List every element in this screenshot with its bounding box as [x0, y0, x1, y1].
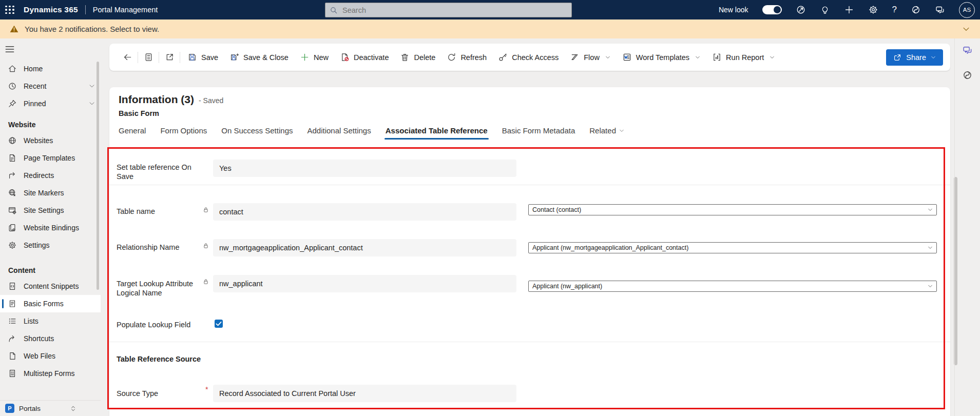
chevron-down-icon[interactable] — [88, 100, 95, 107]
area-switcher-chevrons-icon[interactable] — [69, 405, 77, 412]
shortcut-arrow-icon — [8, 334, 17, 343]
plus-icon[interactable] — [844, 5, 854, 15]
lock-icon — [202, 206, 209, 213]
sidebar-item-websites[interactable]: Websites — [0, 132, 101, 149]
form-tabs: General Form Options On Success Settings… — [109, 117, 950, 140]
sidebar-item-pinned[interactable]: Pinned — [0, 95, 101, 112]
target-lookup-dropdown[interactable]: Applicant (nw_applicant) — [528, 281, 937, 292]
back-button[interactable] — [119, 52, 136, 62]
app-name[interactable]: Portal Management — [93, 6, 158, 14]
global-search[interactable] — [325, 3, 572, 17]
chevron-down-icon — [695, 54, 701, 61]
sidebar-item-web-files[interactable]: Web Files — [0, 347, 101, 365]
save-button[interactable]: Save — [182, 52, 224, 62]
teams-chat-icon[interactable] — [962, 45, 973, 55]
run-report-button[interactable]: Run Report — [706, 52, 781, 62]
page-template-icon — [8, 153, 17, 163]
sidebar-item-shortcuts[interactable]: Shortcuts — [0, 330, 101, 347]
solution-checker-icon[interactable] — [796, 5, 806, 15]
sidebar-item-content-snippets[interactable]: Content Snippets — [0, 278, 101, 295]
field-table-name-input[interactable]: contact — [213, 203, 516, 221]
user-avatar[interactable]: AS — [959, 2, 975, 18]
sidebar-item-multistep-forms[interactable]: Multistep Forms — [0, 365, 101, 382]
sidebar-item-lists[interactable]: Lists — [0, 312, 101, 330]
tab-associated-table-reference[interactable]: Associated Table Reference — [386, 126, 488, 140]
flow-button[interactable]: Flow — [564, 52, 617, 62]
pin-icon — [8, 99, 17, 108]
globe-star-icon — [8, 188, 17, 197]
summary-icon — [144, 52, 153, 62]
sidebar-item-site-settings[interactable]: Site Settings — [0, 202, 101, 219]
sidebar-item-website-bindings[interactable]: Website Bindings — [0, 219, 101, 236]
list-icon — [8, 316, 17, 326]
check-access-button[interactable]: Check Access — [492, 52, 564, 62]
field-label-relationship-name: Relationship Name — [117, 243, 203, 252]
right-side-rail — [954, 38, 980, 416]
warning-icon — [9, 24, 19, 34]
table-name-dropdown[interactable]: Contact (contact) — [528, 204, 937, 215]
copilot-icon[interactable] — [911, 5, 921, 15]
gear-icon — [8, 241, 17, 250]
tab-additional-settings[interactable]: Additional Settings — [307, 126, 371, 140]
refresh-icon — [447, 52, 456, 62]
tab-basic-form-metadata[interactable]: Basic Form Metadata — [502, 126, 575, 140]
main-content: Save Save & Close New Deactivate Delete … — [101, 38, 980, 416]
chevron-down-icon[interactable] — [88, 83, 95, 90]
new-button[interactable]: New — [294, 52, 334, 62]
portals-app-icon: P — [5, 404, 14, 413]
notification-text[interactable]: You have 2 notifications. Select to view… — [25, 25, 159, 33]
refresh-button[interactable]: Refresh — [441, 52, 492, 62]
app-launcher-icon[interactable] — [0, 0, 20, 19]
sidebar-item-recent[interactable]: Recent — [0, 77, 101, 95]
populate-lookup-checkbox[interactable] — [215, 320, 223, 328]
window-gear-icon — [8, 206, 17, 215]
sidebar-item-basic-forms[interactable]: Basic Forms — [0, 295, 101, 312]
share-button[interactable]: Share — [886, 49, 943, 66]
field-label-populate-lookup: Populate Lookup Field — [117, 320, 203, 329]
field-relationship-name-input[interactable]: nw_mortgageapplication_Applicant_contact — [213, 239, 516, 256]
popout-button[interactable] — [161, 52, 178, 62]
sidebar-scrollbar[interactable] — [97, 62, 99, 290]
sidebar-group-content: Content — [0, 258, 101, 278]
new-look-toggle[interactable] — [762, 5, 782, 14]
chevron-down-icon — [927, 245, 933, 251]
hamburger-menu-icon[interactable] — [4, 44, 16, 56]
word-templates-button[interactable]: Word Templates — [617, 52, 706, 62]
deactivate-icon — [340, 52, 350, 62]
lightbulb-icon[interactable] — [820, 5, 830, 15]
tab-form-options[interactable]: Form Options — [160, 126, 207, 140]
sidebar-item-settings[interactable]: Settings — [0, 236, 101, 254]
sidebar-item-home[interactable]: Home — [0, 60, 101, 77]
notification-chevron-down-icon[interactable] — [962, 25, 971, 34]
sidebar-item-site-markers[interactable]: Site Markers — [0, 184, 101, 202]
field-target-lookup-input[interactable]: nw_applicant — [213, 275, 516, 292]
tab-related[interactable]: Related — [589, 126, 625, 140]
multistep-form-icon — [8, 369, 17, 378]
sidebar-group-website: Website — [0, 112, 101, 132]
tab-on-success-settings[interactable]: On Success Settings — [221, 126, 293, 140]
field-set-table-reference-input[interactable]: Yes — [213, 160, 516, 177]
feedback-chat-icon[interactable] — [935, 5, 945, 15]
field-label-source-type: Source Type — [117, 389, 203, 398]
deactivate-button[interactable]: Deactivate — [334, 52, 395, 62]
required-asterisk: * — [205, 385, 208, 393]
relationship-name-dropdown[interactable]: Applicant (nw_mortgageapplication_Applic… — [528, 242, 937, 253]
notification-bar[interactable]: You have 2 notifications. Select to view… — [0, 19, 980, 38]
field-source-type-input[interactable]: Record Associated to Current Portal User — [213, 385, 516, 402]
key-icon — [498, 52, 508, 62]
form-summary-button[interactable] — [140, 52, 157, 62]
sidebar-item-page-templates[interactable]: Page Templates — [0, 149, 101, 167]
save-and-close-button[interactable]: Save & Close — [224, 52, 294, 62]
tab-general[interactable]: General — [119, 126, 146, 140]
site-map-sidebar: Home Recent Pinned Website Websites Page… — [0, 38, 101, 416]
area-switcher-portals[interactable]: P Portals — [0, 400, 101, 416]
sidebar-item-redirects[interactable]: Redirects — [0, 167, 101, 184]
snippet-icon — [8, 282, 17, 291]
settings-gear-icon[interactable] — [868, 5, 878, 15]
form-icon — [8, 299, 17, 308]
delete-button[interactable]: Delete — [394, 52, 441, 62]
search-input[interactable] — [341, 6, 567, 15]
new-look-label: New look — [719, 6, 748, 14]
copilot-icon[interactable] — [962, 70, 973, 81]
help-icon[interactable]: ? — [892, 5, 897, 15]
